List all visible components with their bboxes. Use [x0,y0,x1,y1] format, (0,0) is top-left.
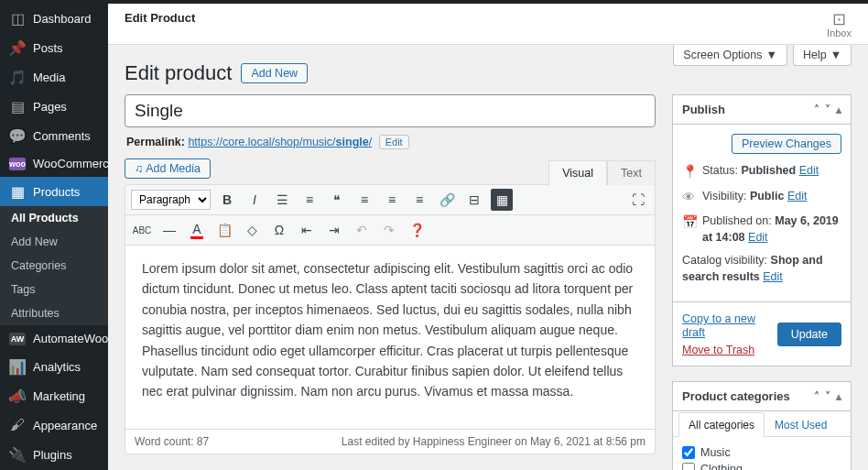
last-edited: Last edited by Happiness Engineer on May… [342,435,646,448]
redo-button[interactable]: ↷ [378,219,400,241]
category-checkbox[interactable] [682,446,695,459]
media-icon: 🎵 [9,69,26,85]
special-char-button[interactable]: Ω [268,219,290,241]
product-title-input[interactable] [125,94,656,127]
align-right-button[interactable]: ≡ [408,189,430,211]
sidebar-item-media[interactable]: 🎵Media [0,62,108,92]
category-label: Music [700,446,731,459]
calendar-icon: 📅 [682,213,697,232]
add-media-button[interactable]: ♫ Add Media [125,158,211,179]
box-down-icon[interactable]: ˅ [825,104,830,116]
sidebar-item-automatewoo[interactable]: AWAutomateWoo [0,325,108,352]
category-list: MusicClothingAccessoriesTshirtsHoodieslo… [682,444,841,470]
edit-visibility-link[interactable]: Edit [787,190,808,202]
appearance-icon: 🖌 [9,417,26,433]
editor-tab-text[interactable]: Text [607,160,656,185]
visibility-icon: 👁 [682,189,697,207]
preview-changes-button[interactable]: Preview Changes [732,134,841,154]
marketing-icon: 📣 [9,388,26,404]
sidebar-item-pages[interactable]: ▤Pages [0,92,108,121]
sidebar-item-dashboard[interactable]: ◫Dashboard [0,4,108,33]
woo-icon: woo [9,158,26,170]
category-item: Clothing [682,461,841,470]
outdent-button[interactable]: ⇤ [296,219,318,241]
editor-tab-visual[interactable]: Visual [548,160,607,185]
align-center-button[interactable]: ≡ [381,189,403,211]
sidebar-item-products[interactable]: ▦Products [0,177,108,206]
pages-icon: ▤ [9,98,26,115]
tab-most-used[interactable]: Most Used [765,412,837,437]
comments-icon: 💬 [9,127,26,144]
tab-all-categories[interactable]: All categories [678,412,765,437]
submenu-categories[interactable]: Categories [0,254,108,278]
sidebar-item-posts[interactable]: 📌Posts [0,33,108,62]
edit-catalog-link[interactable]: Edit [763,270,783,283]
indent-button[interactable]: ⇥ [323,219,345,241]
inbox-icon: ⊡ [827,11,852,27]
edit-status-link[interactable]: Edit [799,164,819,177]
sidebar-item-marketing[interactable]: 📣Marketing [0,381,108,410]
sidebar-item-analytics[interactable]: 📊Analytics [0,352,108,381]
category-label: Clothing [700,463,743,470]
editor-toolbar-row1: Paragraph B I ☰ ≡ ❝ ≡ ≡ ≡ 🔗 ⊟ ▦ ⛶ [125,185,655,215]
word-count: Word count: 87 [135,435,209,448]
editor-content[interactable]: Lorem ipsum dolor sit amet, consectetur … [125,246,655,429]
chevron-down-icon: ▼ [766,49,777,61]
sidebar-item-woocommerce[interactable]: wooWooCommerce [0,150,108,177]
bold-button[interactable]: B [216,189,238,211]
sidebar-item-plugins[interactable]: 🔌Plugins [0,440,108,469]
box-toggle-icon[interactable]: ▴ [836,390,841,403]
box-down-icon[interactable]: ˅ [825,390,830,403]
posts-icon: 📌 [9,39,26,56]
italic-button[interactable]: I [244,189,266,211]
update-button[interactable]: Update [777,322,841,346]
sidebar-item-appearance[interactable]: 🖌Appearance [0,410,108,440]
align-left-button[interactable]: ≡ [353,189,375,211]
help-toggle[interactable]: Help ▼ [793,45,852,66]
permalink-row: Permalink: https://core.local/shop/music… [126,135,654,149]
editor-toolbar-row2: ABC — A 📋 ◇ Ω ⇤ ⇥ ↶ ↷ ❓ [125,215,655,246]
toolbar-toggle-button[interactable]: ▦ [491,189,513,211]
strikethrough-button[interactable]: ABC [131,219,153,241]
format-select[interactable]: Paragraph [131,190,211,210]
undo-button[interactable]: ↶ [351,219,373,241]
page-title: Edit product [125,61,232,85]
clear-format-button[interactable]: ◇ [241,219,263,241]
text-color-button[interactable]: A [186,219,208,241]
hr-button[interactable]: — [158,219,180,241]
move-to-trash-link[interactable]: Move to Trash [682,344,754,356]
submenu-tags[interactable]: Tags [0,278,108,301]
box-toggle-icon[interactable]: ▴ [836,104,841,116]
more-button[interactable]: ⊟ [463,189,485,211]
submenu-all-products[interactable]: All Products [0,206,108,230]
link-button[interactable]: 🔗 [436,189,458,211]
bullet-list-button[interactable]: ☰ [271,189,293,211]
products-icon: ▦ [9,183,26,200]
chevron-down-icon: ▼ [830,49,841,61]
page-header: Edit Product ⊡ Inbox [108,4,868,45]
box-up-icon[interactable]: ˄ [814,390,819,403]
inbox-button[interactable]: ⊡ Inbox [827,11,852,38]
screen-options-toggle[interactable]: Screen Options ▼ [673,45,787,66]
submenu-add-new[interactable]: Add New [0,230,108,254]
submenu-attributes[interactable]: Attributes [0,301,108,325]
quote-button[interactable]: ❝ [326,189,348,211]
sidebar-item-comments[interactable]: 💬Comments [0,121,108,150]
media-add-icon: ♫ [135,162,146,175]
help-button[interactable]: ❓ [406,219,428,241]
permalink-url[interactable]: https://core.local/shop/music/single/ [188,136,372,148]
copy-draft-link[interactable]: Copy to a new draft [682,312,755,339]
number-list-button[interactable]: ≡ [298,189,320,211]
fullscreen-button[interactable]: ⛶ [627,189,649,211]
add-new-button[interactable]: Add New [241,63,308,83]
edit-slug-button[interactable]: Edit [379,135,409,149]
edit-date-link[interactable]: Edit [748,231,768,244]
paste-button[interactable]: 📋 [213,219,235,241]
category-checkbox[interactable] [682,463,695,470]
publish-box: Publish ˄˅▴ Preview Changes 📍Status: Pub… [672,94,852,366]
pin-icon: 📍 [682,163,697,181]
categories-box: Product categories ˄˅▴ All categories Mo… [672,381,852,470]
box-up-icon[interactable]: ˄ [814,104,819,116]
analytics-icon: 📊 [9,358,26,375]
sidebar-submenu-products: All Products Add New Categories Tags Att… [0,206,108,325]
